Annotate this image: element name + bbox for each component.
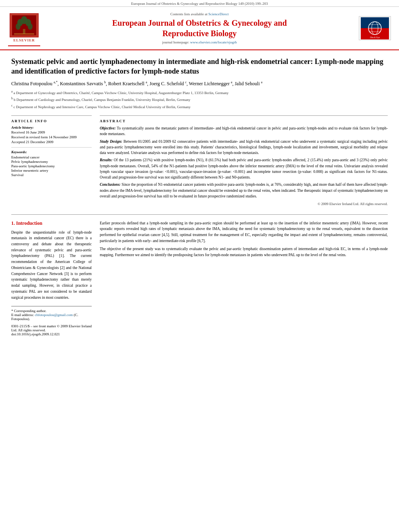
intro-paragraph-2: Earlier protocols defined that a lymph-n… <box>100 220 388 244</box>
keywords-section: Keywords: Endometrial cancer Pelvic lymp… <box>11 150 92 177</box>
intro-left-column: 1. Introduction Despite the unquestionab… <box>11 220 92 337</box>
svg-text:Obs & Gyn: Obs & Gyn <box>370 36 380 39</box>
study-design-text: Between 01/2005 and 01/2009 62 consecuti… <box>100 140 388 155</box>
history-label: Article history: <box>11 125 92 129</box>
info-divider <box>11 147 92 148</box>
main-content: Systematic pelvic and aortic lymphadenec… <box>0 50 399 343</box>
abstract-text: Objective: To systematically assess the … <box>100 125 388 207</box>
elsevier-logo-container: ELSEVIER <box>8 10 40 46</box>
abstract-conclusions: Conclusions: Since the proportion of N1-… <box>100 182 388 199</box>
abstract-section: ABSTRACT Objective: To systematically as… <box>100 115 388 207</box>
intro-right-body: Earlier protocols defined that a lymph-n… <box>100 220 388 258</box>
journal-title-center: Contents lists available at ScienceDirec… <box>40 12 359 44</box>
intro-right-column: Earlier protocols defined that a lymph-n… <box>100 220 388 337</box>
email-line: E-mail address: chfotopoulou@gmail.com (… <box>11 313 92 321</box>
affiliations: a a Department of Gynecology and Obstetr… <box>11 89 388 110</box>
abstract-results: Results: Of the 13 patients (21%) with p… <box>100 157 388 180</box>
svg-point-5 <box>28 23 33 30</box>
article-title: Systematic pelvic and aortic lymphadenec… <box>11 57 388 76</box>
journal-header: ELSEVIER Contents lists available at Sci… <box>0 7 399 50</box>
elsevier-tree-logo <box>12 15 36 35</box>
received-date: Received 16 June 2009 <box>11 130 92 134</box>
intro-paragraph-1: Despite the unquestionable role of lymph… <box>11 230 92 301</box>
issn-line: 0301-2115/$ – see front matter © 2009 El… <box>11 324 92 332</box>
keywords-list: Endometrial cancer Pelvic lymphadenectom… <box>11 155 92 177</box>
ob-gyn-logo-icon: Obs & Gyn <box>361 17 389 39</box>
conclusions-text: Since the proportion of N1-endometrial c… <box>100 183 388 198</box>
copyright-text: © 2009 Elsevier Ireland Ltd. All rights … <box>100 201 388 207</box>
accepted-date: Accepted 21 December 2009 <box>11 140 92 144</box>
keywords-label: Keywords: <box>11 150 92 154</box>
sciencedirect-link: Contents lists available at ScienceDirec… <box>48 12 351 16</box>
results-label: Results: <box>100 158 113 162</box>
journal-homepage: journal homepage: www.elsevier.com/locat… <box>48 40 351 44</box>
conclusions-label: Conclusions: <box>100 183 121 187</box>
intro-section-title: 1. Introduction <box>11 220 92 226</box>
abstract-objective: Objective: To systematically assess the … <box>100 125 388 137</box>
intro-left-body: Despite the unquestionable role of lymph… <box>11 230 92 301</box>
objective-label: Objective: <box>100 126 116 130</box>
page-wrapper: European Journal of Obstetrics & Gynecol… <box>0 0 399 343</box>
right-column: ABSTRACT Objective: To systematically as… <box>100 115 388 209</box>
svg-rect-10 <box>361 17 389 28</box>
article-info-abstract-columns: ARTICLE INFO Article history: Received 1… <box>11 115 388 209</box>
keyword-1: Endometrial cancer <box>11 155 92 159</box>
keyword-4: Inferior mesenteric artery <box>11 168 92 173</box>
svg-rect-6 <box>23 29 25 34</box>
objective-text: To systematically assess the metastatic … <box>100 126 388 136</box>
study-design-label: Study Design: <box>100 140 122 144</box>
authors-text: Christina Fotopoulou a,*, Konstantinos S… <box>11 81 262 86</box>
abstract-header: ABSTRACT <box>100 119 388 123</box>
revised-date: Received in revised form 14 November 200… <box>11 135 92 139</box>
email-address: chfotopoulou@gmail.com <box>35 313 73 317</box>
introduction-section: 1. Introduction Despite the unquestionab… <box>11 220 388 337</box>
email-label: E-mail address: <box>11 313 34 317</box>
affiliation-b: b b Department of Cardiology and Pneumol… <box>11 96 388 103</box>
affiliation-a: a a Department of Gynecology and Obstetr… <box>11 89 388 96</box>
keyword-3: Para-aortic lymphadenectomy <box>11 164 92 168</box>
journal-logo-right: Obs & Gyn <box>359 16 391 40</box>
affiliation-c: c c Department of Nephrology and Intensi… <box>11 103 388 110</box>
abstract-study-design: Study Design: Between 01/2005 and 01/200… <box>100 139 388 156</box>
authors-line: Christina Fotopoulou a,*, Konstantinos S… <box>11 80 388 87</box>
intro-paragraph-3: The objective of the present study was t… <box>100 246 388 258</box>
journal-citation-bar: European Journal of Obstetrics & Gynecol… <box>0 0 399 7</box>
section-divider <box>11 214 388 215</box>
article-info-box: ARTICLE INFO Article history: Received 1… <box>11 115 92 177</box>
keyword-5: Survival <box>11 173 92 177</box>
citation-text: European Journal of Obstetrics & Gynecol… <box>131 2 268 6</box>
footnote-area: * Corresponding author. E-mail address: … <box>11 306 92 336</box>
doi-line: doi:10.1016/j.ejogrb.2009.12.021 <box>11 332 92 336</box>
corresponding-author: * Corresponding author. <box>11 309 92 313</box>
journal-title: European Journal of Obstetrics & Gynecol… <box>48 18 351 39</box>
article-info-header: ARTICLE INFO <box>11 119 92 123</box>
left-column: ARTICLE INFO Article history: Received 1… <box>11 115 92 209</box>
svg-point-4 <box>16 23 21 30</box>
elsevier-wordmark: ELSEVIER <box>13 38 35 42</box>
elsevier-logo-box <box>10 13 39 37</box>
article-history: Article history: Received 16 June 2009 R… <box>11 125 92 144</box>
keyword-2: Pelvic lymphadenectomy <box>11 160 92 164</box>
results-text: Of the 13 patients (21%) with positive l… <box>100 158 388 179</box>
